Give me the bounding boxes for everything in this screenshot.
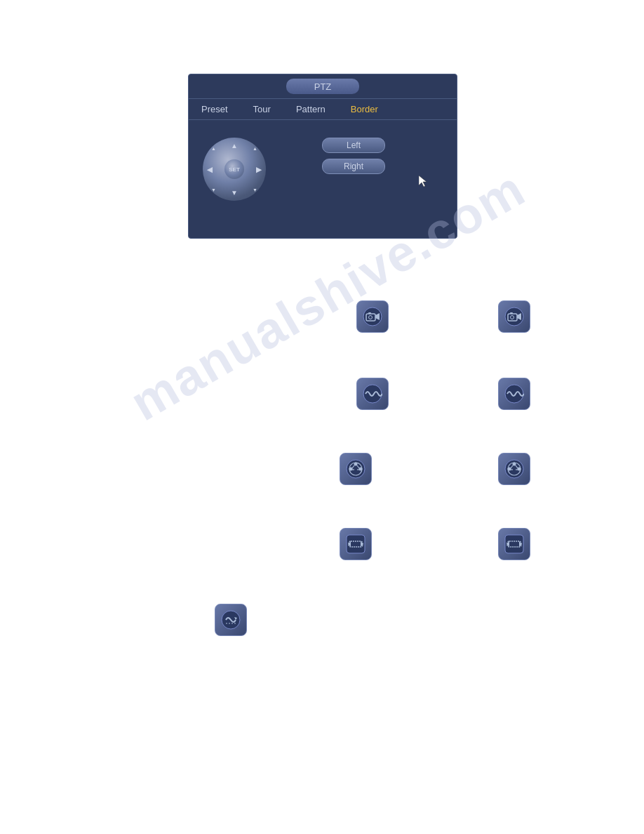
wave-icon-2[interactable] (498, 378, 530, 410)
svg-point-16 (359, 468, 363, 471)
dir-dl-arrow: ▼ (211, 187, 216, 192)
tab-border[interactable]: Border (345, 102, 384, 116)
pan-icon-1[interactable] (340, 528, 372, 560)
svg-rect-10 (510, 312, 513, 314)
dir-right-arrow: ▶ (256, 166, 262, 173)
left-button[interactable]: Left (322, 138, 385, 153)
flip-icon-1[interactable] (215, 604, 247, 636)
svg-point-24 (508, 468, 511, 471)
tab-tour[interactable]: Tour (248, 102, 276, 116)
pan-icon-2[interactable] (498, 528, 530, 560)
right-button[interactable]: Right (322, 159, 385, 174)
wave-icon-1[interactable] (356, 378, 389, 410)
svg-point-15 (349, 468, 353, 471)
ptz-tabs: Preset Tour Pattern Border (189, 99, 457, 120)
ptz-content: ▲ ▼ ◀ ▶ ▲ ▲ ▼ ▼ SET Left Right (189, 120, 457, 218)
ptz-title: PTZ (314, 81, 332, 92)
dir-pad-circle[interactable]: ▲ ▼ ◀ ▶ ▲ ▲ ▼ ▼ SET (203, 138, 266, 201)
share-icon-2[interactable] (498, 453, 530, 485)
dir-ul-arrow: ▲ (211, 146, 216, 151)
dir-left-arrow: ◀ (207, 166, 213, 173)
dir-ur-arrow: ▲ (253, 146, 257, 151)
direction-pad[interactable]: ▲ ▼ ◀ ▶ ▲ ▲ ▼ ▼ SET (203, 138, 266, 201)
camera-icon-2[interactable] (498, 300, 530, 333)
dir-dr-arrow: ▼ (253, 187, 257, 192)
tab-pattern[interactable]: Pattern (290, 102, 331, 116)
svg-point-25 (518, 468, 521, 471)
border-buttons: Left Right (322, 138, 385, 211)
dir-up-arrow: ▲ (231, 142, 238, 150)
ptz-panel: PTZ Preset Tour Pattern Border ▲ ▼ ◀ ▶ ▲… (188, 74, 457, 239)
dir-center-btn[interactable]: SET (224, 159, 244, 179)
camera-icon-1[interactable] (356, 300, 389, 333)
dir-down-arrow: ▼ (231, 189, 238, 197)
ptz-title-bg: PTZ (286, 79, 360, 94)
tab-preset[interactable]: Preset (196, 102, 234, 116)
svg-point-17 (354, 463, 358, 466)
svg-rect-5 (368, 312, 371, 314)
svg-point-26 (513, 463, 516, 466)
share-icon-1[interactable] (340, 453, 372, 485)
ptz-title-bar: PTZ (189, 74, 457, 99)
